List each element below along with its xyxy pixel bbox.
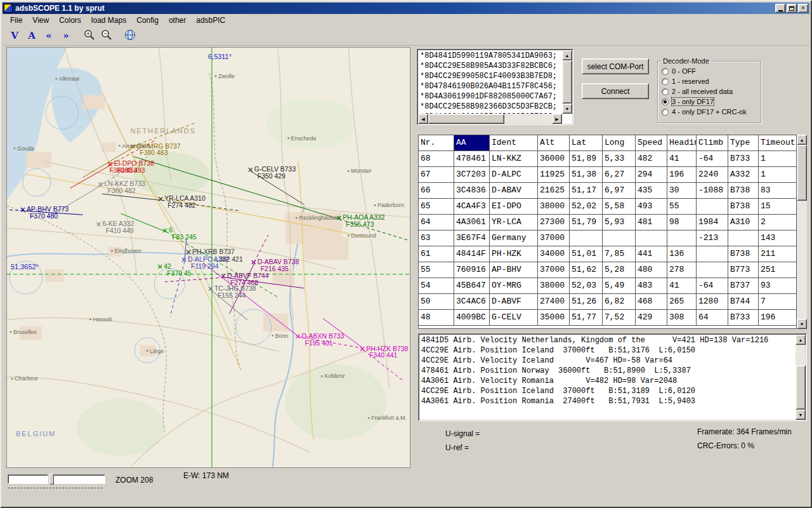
scroll-left-button[interactable]: ◀ bbox=[418, 114, 428, 124]
table-cell[interactable]: 68 bbox=[419, 151, 454, 167]
table-cell[interactable]: 30 bbox=[667, 183, 697, 199]
table-cell[interactable]: 45B647 bbox=[454, 278, 490, 294]
table-cell[interactable]: 481 bbox=[636, 215, 667, 231]
table-cell[interactable]: 478461 bbox=[454, 151, 490, 167]
table-cell[interactable]: 51,77 bbox=[570, 310, 603, 326]
table-cell[interactable]: 55 bbox=[419, 262, 454, 278]
table-cell[interactable]: 51,01 bbox=[570, 246, 603, 262]
scrollbar-track[interactable] bbox=[796, 345, 806, 410]
aircraft-table[interactable]: Nr.AAIdentAltLatLongSpeedHeadingClimbTyp… bbox=[418, 135, 807, 329]
table-cell[interactable]: EI-DPO bbox=[490, 199, 538, 215]
table-cell[interactable]: 6,82 bbox=[603, 294, 636, 310]
table-cell[interactable]: B738 bbox=[728, 246, 759, 262]
table-cell[interactable]: B733 bbox=[728, 310, 759, 326]
table-cell[interactable]: 7 bbox=[759, 294, 797, 310]
scroll-up-button[interactable]: ▲ bbox=[796, 335, 806, 345]
table-cell[interactable]: 4CA4F3 bbox=[454, 199, 490, 215]
column-header-ident[interactable]: Ident bbox=[490, 135, 538, 151]
table-cell[interactable]: 63 bbox=[419, 231, 454, 246]
table-cell[interactable]: B737 bbox=[728, 278, 759, 294]
table-cell[interactable]: 52,03 bbox=[570, 278, 603, 294]
table-cell[interactable]: 4A3061 bbox=[454, 215, 490, 231]
table-cell[interactable]: -64 bbox=[697, 151, 728, 167]
right-arrow-button[interactable]: » bbox=[58, 29, 74, 44]
select-com-port-button[interactable]: select COM-Port bbox=[582, 58, 649, 74]
table-cell[interactable]: PH-HZK bbox=[490, 246, 538, 262]
table-cell[interactable]: 11925 bbox=[538, 167, 570, 183]
close-button[interactable]: × bbox=[798, 4, 808, 13]
scroll-down-button[interactable]: ▼ bbox=[796, 410, 806, 420]
decoder-option-2[interactable]: 2 - all received data bbox=[662, 86, 757, 97]
menu-item-config[interactable]: Config bbox=[131, 15, 164, 26]
table-cell[interactable]: 493 bbox=[636, 199, 667, 215]
table-cell[interactable]: D-ALPC bbox=[490, 167, 538, 183]
table-cell[interactable]: YR-LCA bbox=[490, 215, 538, 231]
column-header-type[interactable]: Type bbox=[728, 135, 759, 151]
column-header-aa[interactable]: AA bbox=[454, 135, 490, 151]
table-cell[interactable]: 51,89 bbox=[570, 151, 603, 167]
table-cell[interactable] bbox=[570, 231, 603, 246]
table-cell[interactable]: 38000 bbox=[538, 199, 570, 215]
table-cell[interactable]: 66 bbox=[419, 183, 454, 199]
table-cell[interactable]: Germany bbox=[490, 231, 538, 246]
table-cell[interactable]: 435 bbox=[636, 183, 667, 199]
table-cell[interactable]: 5,93 bbox=[603, 215, 636, 231]
table-cell[interactable]: 64 bbox=[697, 310, 728, 326]
table-cell[interactable] bbox=[603, 231, 636, 246]
table-cell[interactable]: 760916 bbox=[454, 262, 490, 278]
table-cell[interactable]: B744 bbox=[728, 294, 759, 310]
table-cell[interactable]: 294 bbox=[636, 167, 667, 183]
table-cell[interactable]: 27300 bbox=[538, 215, 570, 231]
table-cell[interactable]: 251 bbox=[759, 262, 797, 278]
table-cell[interactable]: 3E67F4 bbox=[454, 231, 490, 246]
table-cell[interactable]: 52,02 bbox=[570, 199, 603, 215]
zoom-out-button[interactable] bbox=[98, 29, 115, 44]
decoder-option-0[interactable]: 0 - OFF bbox=[662, 66, 757, 76]
table-cell[interactable]: 55 bbox=[667, 199, 697, 215]
down-arrow-button[interactable]: V bbox=[6, 29, 23, 44]
zoom-in-button[interactable] bbox=[81, 29, 98, 44]
scroll-down-button[interactable]: ▼ bbox=[562, 104, 572, 114]
table-cell[interactable]: 48414F bbox=[454, 246, 490, 262]
zoom-slider-track-right[interactable] bbox=[49, 474, 105, 484]
scrollbar-track[interactable] bbox=[797, 145, 807, 319]
globe-button[interactable] bbox=[122, 29, 138, 44]
table-cell[interactable]: 41 bbox=[667, 151, 697, 167]
table-cell[interactable] bbox=[697, 199, 728, 215]
table-cell[interactable]: 6,97 bbox=[603, 183, 636, 199]
table-cell[interactable] bbox=[636, 231, 667, 246]
table-cell[interactable]: 5,28 bbox=[603, 262, 636, 278]
left-arrow-button[interactable]: « bbox=[41, 29, 57, 44]
table-cell[interactable]: D-ABVF bbox=[490, 294, 538, 310]
decoded-vertical-scrollbar[interactable]: ▲ ▼ bbox=[796, 335, 806, 420]
table-cell[interactable]: 6,27 bbox=[603, 167, 636, 183]
scrollbar-thumb[interactable] bbox=[797, 145, 807, 201]
table-cell[interactable]: 83 bbox=[759, 183, 797, 199]
column-header-long[interactable]: Long bbox=[603, 135, 636, 151]
table-cell[interactable]: 483 bbox=[636, 278, 667, 294]
table-cell[interactable]: 48 bbox=[419, 310, 454, 326]
table-cell[interactable]: 61 bbox=[419, 246, 454, 262]
scrollbar-track[interactable] bbox=[562, 60, 572, 104]
table-cell[interactable]: 37000 bbox=[538, 262, 570, 278]
minimize-button[interactable] bbox=[775, 4, 785, 13]
table-cell[interactable]: AP-BHV bbox=[490, 262, 538, 278]
zoom-slider-thumb[interactable] bbox=[49, 474, 54, 485]
menu-item-colors[interactable]: Colors bbox=[54, 15, 86, 26]
table-cell[interactable]: 65 bbox=[419, 199, 454, 215]
table-cell[interactable]: 35000 bbox=[538, 310, 570, 326]
menu-item-adsbpic[interactable]: adsbPIC bbox=[191, 15, 230, 26]
table-cell[interactable]: 51,26 bbox=[570, 294, 603, 310]
table-cell[interactable]: 136 bbox=[667, 246, 697, 262]
table-cell[interactable]: -213 bbox=[697, 231, 728, 246]
scroll-up-button[interactable]: ▲ bbox=[562, 50, 572, 60]
decoded-messages-box[interactable]: 4841D5 Airb. Velocity Netherlands, Kingd… bbox=[418, 333, 807, 421]
table-cell[interactable]: 36000 bbox=[538, 151, 570, 167]
table-cell[interactable]: 5,33 bbox=[603, 151, 636, 167]
table-cell[interactable]: 480 bbox=[636, 262, 667, 278]
table-cell[interactable]: 1 bbox=[759, 151, 797, 167]
table-cell[interactable]: 468 bbox=[636, 294, 667, 310]
table-cell[interactable]: -1088 bbox=[697, 183, 728, 199]
table-vertical-scrollbar[interactable]: ▲ ▼ bbox=[797, 135, 807, 329]
table-cell[interactable]: 4009BC bbox=[454, 310, 490, 326]
